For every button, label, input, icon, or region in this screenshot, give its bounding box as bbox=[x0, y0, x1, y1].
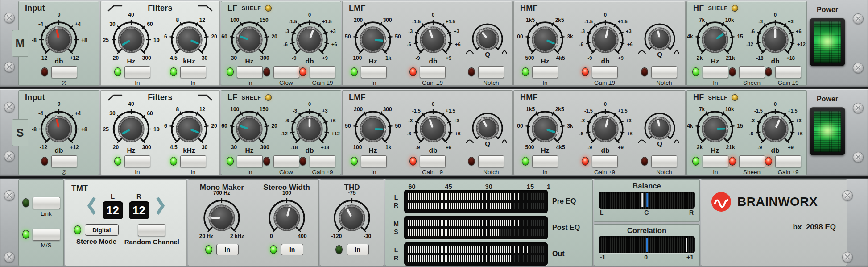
s-hmf-notch-button[interactable] bbox=[651, 155, 677, 167]
screw-icon bbox=[853, 13, 864, 24]
svg-text:500: 500 bbox=[525, 144, 534, 150]
s-lmf-gain-knob[interactable]: -9-6-3-1.50+1.5+3+6+9db bbox=[402, 102, 464, 154]
s-hmf-in-button[interactable] bbox=[532, 155, 558, 167]
svg-text:0: 0 bbox=[58, 102, 61, 107]
m-hf-gain-range-button[interactable] bbox=[775, 66, 801, 78]
m-input-gain-knob[interactable]: -12-8-40+4+8+12db bbox=[25, 13, 92, 65]
s-input-gain-knob[interactable]: -12-8-40+4+8+12db bbox=[25, 102, 92, 154]
mono-maker-button[interactable]: In bbox=[216, 244, 239, 255]
master-mono-maker-knob[interactable]: 20 Hz700 Hz2 kHz bbox=[189, 191, 255, 243]
m-lf-gain-range-button[interactable] bbox=[310, 66, 335, 78]
stereo-mode-button[interactable]: Digital bbox=[85, 224, 119, 236]
m-lmf-in-button[interactable] bbox=[361, 66, 387, 78]
m-power-switch[interactable] bbox=[810, 18, 845, 66]
s-input-section: SInput-12-8-40+4+8+12db∅ bbox=[18, 90, 99, 175]
screw-icon bbox=[853, 103, 864, 113]
svg-text:Hz: Hz bbox=[369, 57, 377, 65]
svg-text:-3: -3 bbox=[285, 29, 289, 34]
master-stereo-width-knob[interactable]: 0100400 bbox=[256, 191, 318, 243]
s-hmf-notch-control: Notch bbox=[641, 155, 677, 175]
m-hpf-in-button[interactable] bbox=[124, 66, 150, 78]
s-hpf-in-button[interactable] bbox=[124, 155, 150, 167]
m-lmf-gain-range-button[interactable] bbox=[420, 66, 446, 78]
svg-text:+1.5: +1.5 bbox=[618, 19, 628, 24]
m-hf-section: HFSHELF2k4k7k10k15k21kHz-18-12-6-30+3+6+… bbox=[686, 1, 807, 86]
s-hpf-freq-knob[interactable]: 2025304060100300Hz bbox=[103, 102, 160, 154]
s-hf-in-label: In bbox=[713, 169, 718, 175]
ms-mode-button[interactable] bbox=[33, 229, 60, 241]
m-lf-gain-range-control: Gain ±9 bbox=[299, 66, 335, 86]
tmt-prev-button[interactable] bbox=[87, 196, 97, 216]
m-hf-in-button[interactable] bbox=[703, 66, 728, 78]
svg-text:4k: 4k bbox=[687, 33, 693, 40]
m-hf-sheen-led bbox=[729, 67, 736, 76]
link-button[interactable] bbox=[33, 197, 60, 209]
s-hf-gain-knob[interactable]: -9-6-3-1.50+1.5+3+6+9db bbox=[744, 102, 806, 154]
s-lpf-freq-knob[interactable]: 4.568122030kHz bbox=[161, 102, 218, 154]
s-hmf-freq-knob[interactable]: 5008001k52k53k54k5Hz bbox=[517, 102, 573, 154]
s-hmf-gain-knob[interactable]: -9-6-3-1.50+1.5+3+6+9db bbox=[574, 102, 637, 154]
m-lf-gain-knob[interactable]: -9-6-3-1.50+1.5+3+6+9db bbox=[278, 13, 341, 65]
s-lmf-freq-knob[interactable]: 1001502003005001kHz bbox=[345, 102, 401, 154]
power-rocker-on bbox=[814, 21, 841, 63]
m-lmf-notch-button[interactable] bbox=[478, 66, 504, 78]
random-channel-button[interactable] bbox=[138, 224, 165, 236]
m-filters-section: Filters2025304060100300Hz4.568122030kHzI… bbox=[100, 1, 220, 86]
m-lf-glow-button[interactable] bbox=[273, 66, 299, 78]
m-hmf-q-knob[interactable]: Q bbox=[637, 18, 682, 65]
s-lmf-gain-range-button[interactable] bbox=[420, 155, 446, 167]
section-title: LMF bbox=[349, 4, 366, 13]
ms-mode-label: M/S bbox=[41, 242, 51, 249]
svg-text:20 Hz: 20 Hz bbox=[199, 233, 213, 239]
m-hmf-gain-knob[interactable]: -9-6-3-1.50+1.5+3+6+9db bbox=[574, 13, 637, 65]
svg-text:+9: +9 bbox=[446, 145, 451, 150]
s-lpf-in-led bbox=[170, 157, 177, 166]
s-hmf-gain-range-button[interactable] bbox=[592, 155, 618, 167]
screw-icon bbox=[853, 152, 864, 163]
m-lpf-freq-knob[interactable]: 4.568122030kHz bbox=[161, 13, 218, 65]
m-lmf-gain-knob[interactable]: -9-6-3-1.50+1.5+3+6+9db bbox=[402, 13, 464, 65]
tmt-next-button[interactable] bbox=[155, 196, 165, 216]
s-lmf-q-knob[interactable]: Q bbox=[465, 108, 510, 154]
s-lpf-in-button[interactable] bbox=[180, 155, 206, 167]
m-lf-freq-knob[interactable]: 3060100150200300Hz bbox=[221, 13, 277, 65]
s-lmf-in-button[interactable] bbox=[361, 155, 387, 167]
master-thd-amount-knob[interactable]: -120-75-30 bbox=[322, 191, 381, 243]
m-hmf-notch-button[interactable] bbox=[651, 66, 677, 78]
thd-button[interactable]: In bbox=[347, 244, 369, 255]
s-phase-invert-button[interactable] bbox=[51, 155, 77, 167]
s-hpf-in-label: In bbox=[135, 169, 140, 175]
s-lf-glow-button[interactable] bbox=[273, 155, 299, 167]
m-hpf-freq-knob[interactable]: 2025304060100300Hz bbox=[103, 13, 160, 65]
s-hf-gain-range-button[interactable] bbox=[775, 155, 801, 167]
s-lf-freq-knob[interactable]: 3060100150200300Hz bbox=[221, 102, 277, 154]
s-lf-in-button[interactable] bbox=[237, 155, 263, 167]
m-hf-freq-knob[interactable]: 2k4k7k10k15k21kHz bbox=[687, 13, 743, 65]
s-power-switch[interactable] bbox=[810, 107, 845, 155]
m-hf-sheen-button[interactable] bbox=[739, 66, 765, 78]
s-hmf-q-knob[interactable]: Q bbox=[637, 108, 682, 154]
m-lf-in-button[interactable] bbox=[237, 66, 263, 78]
m-hmf-gain-range-button[interactable] bbox=[592, 66, 618, 78]
m-hmf-in-button[interactable] bbox=[532, 66, 558, 78]
svg-text:700 Hz: 700 Hz bbox=[213, 191, 230, 196]
m-hf-gain-knob[interactable]: -18-12-6-30+3+6+12+18db bbox=[744, 13, 806, 65]
s-hf-in-button[interactable] bbox=[703, 155, 728, 167]
m-phase-invert-button[interactable] bbox=[51, 66, 77, 78]
s-hf-sheen-button[interactable] bbox=[739, 155, 765, 167]
s-lf-gain-range-button[interactable] bbox=[310, 155, 335, 167]
m-lmf-freq-knob[interactable]: 1001502003005001kHz bbox=[345, 13, 401, 65]
m-lpf-in-button[interactable] bbox=[180, 66, 206, 78]
stereo-width-button[interactable]: In bbox=[281, 244, 303, 255]
svg-text:20: 20 bbox=[113, 144, 119, 150]
svg-text:+6: +6 bbox=[455, 42, 461, 47]
m-lmf-q-knob[interactable]: Q bbox=[465, 18, 510, 65]
s-lmf-notch-button[interactable] bbox=[478, 155, 504, 167]
svg-text:+9: +9 bbox=[618, 145, 624, 150]
svg-text:0: 0 bbox=[604, 13, 607, 17]
m-hmf-freq-knob[interactable]: 5008001k52k53k54k5Hz bbox=[517, 13, 573, 65]
section-title: HF bbox=[693, 93, 704, 102]
shelf-led bbox=[732, 5, 738, 12]
s-hf-freq-knob[interactable]: 2k4k7k10k15k21kHz bbox=[687, 102, 743, 154]
s-lf-gain-knob[interactable]: -18-12-6-30+3+6+12+18db bbox=[278, 102, 341, 154]
